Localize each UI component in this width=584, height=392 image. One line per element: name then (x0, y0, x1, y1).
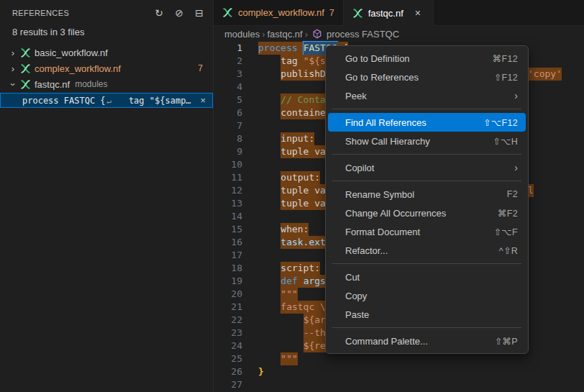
code-segment: containe (280, 106, 326, 119)
menu-item-copy[interactable]: Copy (328, 286, 526, 305)
menu-item-format-document[interactable]: Format Document ⇧⌥F (328, 222, 526, 241)
file-name: fastqc.nf (35, 79, 70, 90)
line-number-gutter: 1234567891011121314151617181920212223242… (214, 42, 242, 391)
line-number: 27 (214, 378, 242, 391)
code-segment (258, 172, 280, 183)
breadcrumb-item-modules[interactable]: modules (224, 29, 260, 40)
line-number: 18 (214, 262, 242, 275)
menu-item-label: Refactor... (345, 245, 388, 256)
code-segment: script: (280, 262, 320, 275)
code-line[interactable] (258, 378, 584, 391)
menu-item-change-all-occurrences[interactable]: Change All Occurrences ⌘F2 (328, 204, 526, 222)
menu-item-shortcut: ⌘F12 (493, 53, 518, 64)
code-segment: args (304, 275, 326, 288)
collapse-all-icon[interactable]: ⊟ (191, 5, 207, 21)
line-number: 2 (214, 55, 242, 68)
menu-item-label: Peek (345, 91, 367, 101)
menu-item-label: Cut (345, 272, 360, 283)
panel-header: REFERENCES ↻ ⊘ ⊟ (0, 0, 213, 25)
menu-item-label: Copilot (345, 163, 374, 173)
menu-item-paste[interactable]: Paste (328, 305, 526, 324)
menu-separator (332, 181, 521, 181)
menu-item-peek[interactable]: Peek › (328, 86, 526, 105)
process-symbol-icon (312, 29, 322, 39)
menu-item-label: Paste (345, 309, 369, 320)
menu-item-show-call-hierarchy[interactable]: Show Call Hierarchy ⇧⌥H (328, 132, 526, 150)
clear-results-icon[interactable]: ⊘ (171, 5, 187, 21)
panel-title: REFERENCES (12, 9, 69, 17)
menu-item-shortcut: ⇧⌥F12 (483, 117, 518, 128)
line-number: 5 (214, 94, 242, 106)
line-number: 26 (214, 365, 242, 378)
menu-item-shortcut: ⇧⌥H (493, 136, 518, 147)
menu-item-find-all-references[interactable]: Find All References ⇧⌥F12 (328, 113, 526, 132)
tree-item-basic-workflow[interactable]: › basic_workflow.nf (0, 45, 213, 60)
line-number: 1 (214, 42, 242, 55)
menu-separator (332, 327, 521, 328)
line-number: 9 (214, 145, 242, 158)
code-segment (258, 224, 280, 234)
code-segment: tuple va (280, 197, 326, 210)
menu-item-shortcut: ^⇧R (499, 245, 518, 256)
line-number: 11 (214, 171, 242, 184)
chevron-right-icon: › (262, 29, 265, 40)
line-number: 25 (214, 352, 242, 365)
chevron-right-icon[interactable]: › (7, 47, 19, 58)
dismiss-result-icon[interactable]: × (193, 95, 212, 106)
context-menu: Go to Definition ⌘F12 Go to References ⇧… (325, 45, 529, 354)
breadcrumb-item-file[interactable]: fastqc.nf (267, 29, 302, 40)
code-segment: ${re (304, 339, 326, 352)
menu-item-refactor[interactable]: Refactor... ^⇧R (328, 241, 526, 260)
line-number: 24 (214, 339, 242, 352)
reference-result-item[interactable]: process FASTQC {↵ tag "${samp… × (0, 93, 213, 108)
nextflow-file-icon (20, 63, 31, 74)
nextflow-file-icon (222, 7, 233, 18)
chevron-right-icon[interactable]: › (7, 63, 19, 74)
results-tree: › basic_workflow.nf › complex_workflow.n… (0, 45, 213, 108)
line-number: 13 (214, 197, 242, 210)
submenu-arrow-icon: › (514, 90, 518, 101)
code-segment (258, 327, 304, 338)
code-segment (258, 340, 304, 351)
code-segment: tuple va (280, 184, 326, 197)
code-segment: task.ext (280, 236, 326, 249)
menu-separator (332, 154, 521, 155)
menu-item-label: Find All References (345, 117, 426, 128)
menu-item-go-to-definition[interactable]: Go to Definition ⌘F12 (328, 49, 526, 68)
refresh-icon[interactable]: ↻ (151, 5, 167, 21)
menu-item-rename-symbol[interactable]: Rename Symbol F2 (328, 185, 526, 204)
menu-item-label: Format Document (345, 227, 420, 237)
file-name: complex_workflow.nf (35, 63, 121, 74)
line-number: 20 (214, 288, 242, 301)
snippet-text: tag "${samp… (113, 96, 191, 106)
code-segment (258, 288, 280, 299)
line-number: 12 (214, 184, 242, 197)
breadcrumb-item-symbol[interactable]: process FASTQC (327, 29, 399, 40)
menu-item-copilot[interactable]: Copilot › (328, 158, 526, 177)
code-line[interactable]: } (258, 365, 584, 378)
line-number: 8 (214, 132, 242, 145)
code-segment (258, 198, 280, 209)
tree-item-fastqc[interactable]: › fastqc.nf modules (0, 76, 213, 92)
tab-complex-workflow[interactable]: complex_workflow.nf 7 (214, 0, 344, 25)
menu-item-go-to-references[interactable]: Go to References ⇧F12 (328, 68, 526, 86)
menu-item-cut[interactable]: Cut (328, 268, 526, 286)
breadcrumb: modules › fastqc.nf › process FASTQC (214, 26, 584, 42)
chevron-down-icon[interactable]: › (8, 78, 19, 90)
tab-badge: 7 (329, 8, 334, 18)
code-segment (258, 146, 280, 157)
tab-label: fastqc.nf (368, 8, 403, 19)
nextflow-file-icon (20, 47, 31, 58)
code-segment: input: (280, 132, 314, 145)
tab-fastqc[interactable]: fastqc.nf × (344, 0, 434, 26)
menu-item-command-palette[interactable]: Command Palette... ⇧⌘P (328, 332, 526, 350)
snippet-text: process FASTQC { (22, 96, 106, 106)
code-segment (258, 237, 280, 247)
code-segment (258, 107, 280, 118)
tree-item-complex-workflow[interactable]: › complex_workflow.nf 7 (0, 60, 213, 76)
code-line[interactable]: """ (258, 352, 584, 365)
line-number: 10 (214, 158, 242, 171)
code-segment (258, 185, 280, 196)
close-icon[interactable]: × (411, 6, 424, 19)
code-segment (258, 314, 304, 325)
